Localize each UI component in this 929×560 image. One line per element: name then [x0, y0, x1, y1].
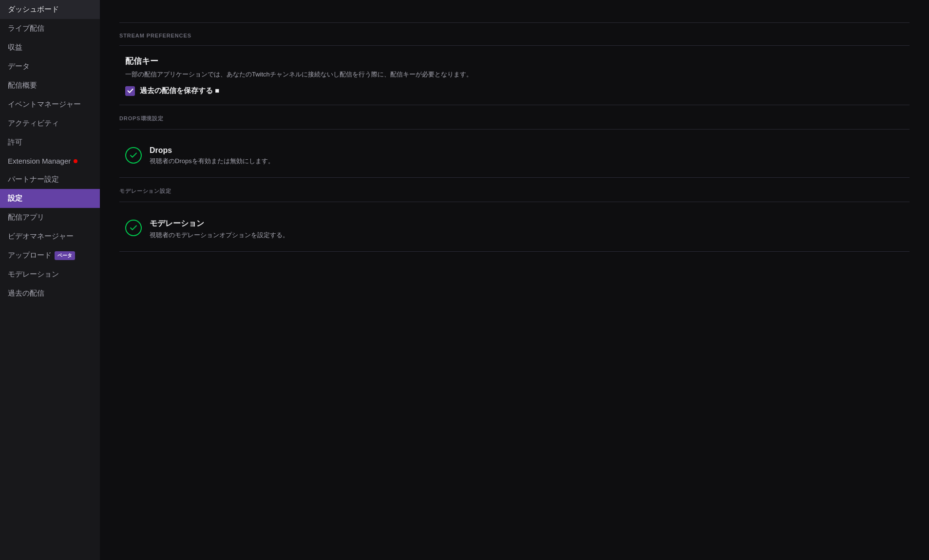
- sidebar-item-broadcast-apps[interactable]: 配信アプリ: [0, 208, 100, 227]
- sidebar: ダッシュボードライブ配信収益データ配信概要イベントマネージャーアクティビティ許可…: [0, 0, 100, 560]
- sidebar-item-data[interactable]: データ: [0, 57, 100, 76]
- sidebar-item-label-past-broadcasts: 過去の配信: [8, 289, 44, 298]
- sidebar-badge-extension-manager: [74, 159, 77, 163]
- sidebar-item-upload[interactable]: アップロードベータ: [0, 246, 100, 265]
- divider-after-header-stream-preferences: [119, 45, 910, 46]
- sidebar-item-label-upload: アップロード: [8, 251, 52, 260]
- checkbox-stream-key[interactable]: [125, 86, 135, 96]
- sidebar-item-overview[interactable]: 配信概要: [0, 76, 100, 95]
- sidebar-item-label-live: ライブ配信: [8, 24, 44, 33]
- sidebar-item-label-event-manager: イベントマネージャー: [8, 100, 81, 109]
- checkbox-row-stream-key: 過去の配信を保存する ■: [119, 86, 910, 96]
- setting-title-stream-key: 配信キー: [119, 56, 910, 67]
- toggle-text-drops: Drops視聴者のDropsを有効または無効にします。: [150, 146, 274, 166]
- divider-after-setting-stream-key: [119, 105, 910, 105]
- sidebar-item-partner-settings[interactable]: パートナー設定: [0, 170, 100, 189]
- section-header-drops-settings: DROPS環境設定: [119, 115, 910, 122]
- sidebar-item-activity[interactable]: アクティビティ: [0, 114, 100, 133]
- sidebar-item-video-manager[interactable]: ビデオマネージャー: [0, 227, 100, 246]
- sidebar-item-label-moderation: モデレーション: [8, 270, 59, 279]
- sidebar-item-settings[interactable]: 設定: [0, 189, 100, 208]
- toggle-desc-drops: 視聴者のDropsを有効または無効にします。: [150, 157, 274, 166]
- sidebar-item-label-broadcast-apps: 配信アプリ: [8, 213, 44, 222]
- sidebar-item-past-broadcasts[interactable]: 過去の配信: [0, 284, 100, 303]
- divider-after-header-moderation-settings: [119, 202, 910, 202]
- divider-after-setting-drops: [119, 177, 910, 178]
- sidebar-item-label-extension-manager: Extension Manager: [8, 157, 71, 165]
- divider-after-setting-moderation: [119, 251, 910, 252]
- toggle-desc-moderation: 視聴者のモデレーションオプションを設定する。: [150, 231, 289, 240]
- setting-block-drops: Drops視聴者のDropsを有効または無効にします。: [119, 139, 910, 172]
- sidebar-item-label-dashboard: ダッシュボード: [8, 5, 59, 14]
- sidebar-item-label-overview: 配信概要: [8, 81, 37, 90]
- toggle-title-moderation: モデレーション: [150, 219, 289, 229]
- setting-desc-stream-key: 一部の配信アプリケーションでは、あなたのTwitchチャンネルに接続ないし配信を…: [119, 70, 910, 79]
- toggle-text-moderation: モデレーション視聴者のモデレーションオプションを設定する。: [150, 219, 289, 240]
- sidebar-item-event-manager[interactable]: イベントマネージャー: [0, 95, 100, 114]
- toggle-icon-moderation[interactable]: [125, 220, 142, 236]
- toggle-row-moderation: モデレーション視聴者のモデレーションオプションを設定する。: [119, 212, 910, 246]
- toggle-row-drops: Drops視聴者のDropsを有効または無効にします。: [119, 139, 910, 172]
- sidebar-item-dashboard[interactable]: ダッシュボード: [0, 0, 100, 19]
- sidebar-item-extension-manager[interactable]: Extension Manager: [0, 152, 100, 170]
- section-header-stream-preferences: STREAM PREFERENCES: [119, 33, 910, 38]
- section-header-moderation-settings: モデレーション設定: [119, 187, 910, 195]
- top-divider: [119, 22, 910, 23]
- divider-after-header-drops-settings: [119, 129, 910, 130]
- sidebar-item-label-partner-settings: パートナー設定: [8, 175, 59, 184]
- sidebar-item-label-data: データ: [8, 62, 30, 71]
- checkbox-label-stream-key: 過去の配信を保存する ■: [140, 86, 219, 95]
- sidebar-item-label-settings: 設定: [8, 194, 22, 203]
- sidebar-beta-badge-upload: ベータ: [55, 251, 75, 260]
- sidebar-item-label-revenue: 収益: [8, 43, 22, 52]
- setting-block-moderation: モデレーション視聴者のモデレーションオプションを設定する。: [119, 212, 910, 246]
- sidebar-item-label-video-manager: ビデオマネージャー: [8, 232, 74, 241]
- sidebar-item-revenue[interactable]: 収益: [0, 38, 100, 57]
- sidebar-item-label-permissions: 許可: [8, 138, 22, 147]
- setting-block-stream-key: 配信キー一部の配信アプリケーションでは、あなたのTwitchチャンネルに接続ない…: [119, 56, 910, 96]
- sidebar-item-permissions[interactable]: 許可: [0, 133, 100, 152]
- sidebar-item-live[interactable]: ライブ配信: [0, 19, 100, 38]
- toggle-title-drops: Drops: [150, 146, 274, 155]
- sidebar-item-moderation[interactable]: モデレーション: [0, 265, 100, 284]
- main-content: STREAM PREFERENCES配信キー一部の配信アプリケーションでは、あな…: [100, 0, 929, 560]
- toggle-icon-drops[interactable]: [125, 147, 142, 164]
- sidebar-item-label-activity: アクティビティ: [8, 119, 59, 128]
